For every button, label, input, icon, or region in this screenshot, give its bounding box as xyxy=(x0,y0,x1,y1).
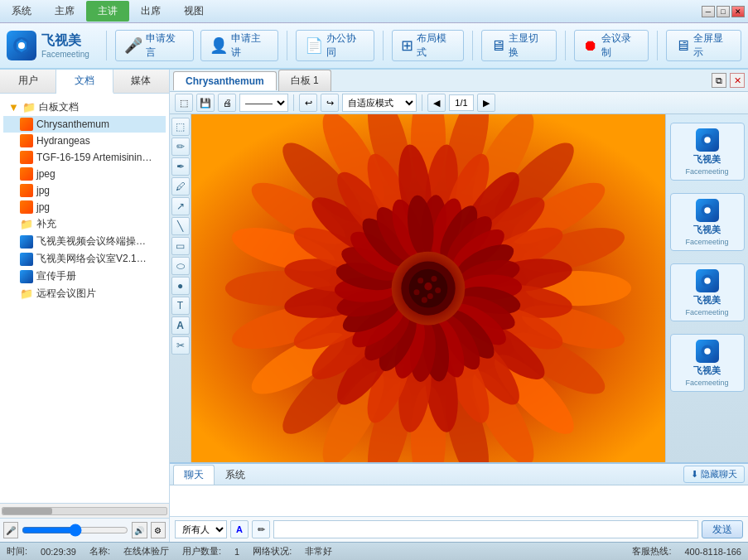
name-value: 在线体验厅 xyxy=(123,545,169,558)
fullscreen-button[interactable]: 🖥 全屏显示 xyxy=(666,30,741,61)
hide-chat-button[interactable]: ⬇ 隐藏聊天 xyxy=(683,466,745,483)
display-switch-button[interactable]: 🖥 主显切换 xyxy=(481,30,557,61)
header-separator-2 xyxy=(287,31,287,60)
record-button[interactable]: ⏺ 会议录制 xyxy=(574,30,649,61)
close-button[interactable]: ✕ xyxy=(731,6,745,17)
tree-item-doc3[interactable]: 宣传手册 xyxy=(3,268,166,285)
office-collab-button[interactable]: 📄 办公协同 xyxy=(296,30,374,61)
scroll-thumb[interactable] xyxy=(2,508,52,514)
rp-card-4[interactable]: 飞视美 Facemeeting xyxy=(670,334,745,392)
canvas-tab-whiteboard[interactable]: 白板 1 xyxy=(278,70,331,91)
fit-mode-select[interactable]: 自适应模式 xyxy=(342,94,417,112)
maximize-button[interactable]: □ xyxy=(717,6,730,17)
chat-area: 聊天 系统 ⬇ 隐藏聊天 所有人 A ✏ 发送 xyxy=(170,462,748,542)
select-tool[interactable]: ⬚ xyxy=(171,118,190,136)
tree-item-jpeg[interactable]: jpeg xyxy=(3,166,166,182)
speaker-icon[interactable]: 🔊 xyxy=(132,522,147,538)
send-button[interactable]: 发送 xyxy=(702,520,743,538)
circle-tool[interactable]: ● xyxy=(171,277,190,295)
tree-item-jpg2[interactable]: jpg xyxy=(3,199,166,215)
rp-card-1[interactable]: 飞视美 Facemeeting xyxy=(670,123,745,181)
tree-item-jpg1[interactable]: jpg xyxy=(3,182,166,199)
font-color-btn[interactable]: A xyxy=(230,520,249,538)
menu-view[interactable]: 视图 xyxy=(172,1,215,22)
restore-icon[interactable]: ⧉ xyxy=(712,73,726,88)
prev-page-btn[interactable]: ◀ xyxy=(427,94,446,112)
new-btn[interactable]: ⬚ xyxy=(175,94,193,112)
item-label-jpg1: jpg xyxy=(36,185,50,196)
header-separator-5 xyxy=(565,31,566,60)
pen-btn[interactable]: ✏ xyxy=(252,520,270,538)
apply-host-button[interactable]: 👤 申请主讲 xyxy=(200,30,279,61)
header-separator-4 xyxy=(472,31,473,60)
microphone-toggle[interactable]: 🎤 xyxy=(3,522,18,538)
rp-card-2[interactable]: 飞视美 Facemeeting xyxy=(670,193,745,251)
scroll-track[interactable] xyxy=(2,507,167,515)
sidebar: 用户 文档 媒体 ▼ 📁 白板文档 Chrysanthemum Hydrange… xyxy=(0,70,170,542)
redo-btn[interactable]: ↪ xyxy=(321,94,339,112)
chat-tab-system[interactable]: 系统 xyxy=(215,465,256,485)
rect-tool[interactable]: ▭ xyxy=(171,237,190,255)
menu-attend[interactable]: 出席 xyxy=(129,1,172,22)
canvas-tab-chrysanthemum[interactable]: Chrysanthemum xyxy=(173,71,277,90)
chat-text-input[interactable] xyxy=(273,520,698,538)
ellipse-tool[interactable]: ⬭ xyxy=(171,257,190,275)
line-tool[interactable]: ╲ xyxy=(171,217,190,235)
logo-icon xyxy=(7,31,36,60)
undo-btn[interactable]: ↩ xyxy=(299,94,317,112)
tree-item-tgf[interactable]: TGF-16-159 Artemisinin Ma xyxy=(3,149,166,166)
highlighter-tool[interactable]: 🖊 xyxy=(171,177,190,196)
tree-item-doc4[interactable]: 📁 远程会议图片 xyxy=(3,285,166,302)
save-btn[interactable]: 💾 xyxy=(196,94,215,112)
text-tool-2[interactable]: A xyxy=(171,316,190,335)
logo-name: 飞视美 xyxy=(41,32,89,50)
pen-tool[interactable]: ✏ xyxy=(171,138,190,156)
svg-point-90 xyxy=(424,282,432,290)
rp-logo-icon-3 xyxy=(696,269,719,292)
layout-mode-button[interactable]: ⊞ 布局模式 xyxy=(392,30,465,61)
menu-system[interactable]: 系统 xyxy=(0,1,43,22)
menu-bar: 系统 主席 主讲 出席 视图 xyxy=(0,1,702,22)
item-label-doc4: 远程会议图片 xyxy=(36,287,96,301)
whiteboard-docs-folder[interactable]: ▼ 📁 白板文档 xyxy=(3,99,166,116)
canvas-tab-controls: ⧉ ✕ xyxy=(712,73,745,88)
print-btn[interactable]: 🖨 xyxy=(218,94,236,112)
marker-tool[interactable]: ✒ xyxy=(171,157,190,176)
toolbar-separator-1 xyxy=(293,94,294,111)
volume-slider[interactable] xyxy=(22,524,128,536)
rp-logo-icon-4 xyxy=(696,340,719,363)
tree-item-buchong[interactable]: 📁 补充 xyxy=(3,215,166,233)
apply-speak-button[interactable]: 🎤 申请发言 xyxy=(115,30,194,61)
recipient-select[interactable]: 所有人 xyxy=(175,520,227,538)
header-separator-6 xyxy=(657,31,658,60)
chat-messages xyxy=(170,485,748,516)
tab-media[interactable]: 媒体 xyxy=(113,70,169,93)
rp-card-3[interactable]: 飞视美 Facemeeting xyxy=(670,263,745,321)
tab-documents[interactable]: 文档 xyxy=(56,70,113,94)
item-label-chrysanthemum: Chrysanthemum xyxy=(36,118,109,130)
close-tab-icon[interactable]: ✕ xyxy=(730,73,745,88)
tree-item-doc1[interactable]: 飞视美视频会议终端操作说明 xyxy=(3,233,166,250)
line-style-select[interactable]: ——— - - - ··· xyxy=(239,94,288,112)
layout-mode-label: 布局模式 xyxy=(417,31,456,60)
tree-item-doc2[interactable]: 飞视美网络会议室V2.1产品简 xyxy=(3,250,166,268)
next-page-btn[interactable]: ▶ xyxy=(477,94,495,112)
item-label-jpg2: jpg xyxy=(36,201,50,213)
tree-item-hydrangeas[interactable]: Hydrangeas xyxy=(3,133,166,149)
rp-logo-icon-2 xyxy=(696,199,719,222)
sidebar-scrollbar[interactable] xyxy=(0,503,169,518)
arrow-tool[interactable]: ↗ xyxy=(171,197,190,215)
folder-icon-doc4: 📁 xyxy=(20,287,33,300)
chat-tab-chat[interactable]: 聊天 xyxy=(173,465,215,485)
fullscreen-icon: 🖥 xyxy=(675,37,690,55)
tab-users[interactable]: 用户 xyxy=(0,70,56,93)
text-tool[interactable]: T xyxy=(171,297,190,315)
logo-subtitle: Facemeeting xyxy=(41,50,89,59)
page-input[interactable] xyxy=(449,94,474,111)
menu-chair[interactable]: 主席 xyxy=(43,1,86,22)
settings-icon[interactable]: ⚙ xyxy=(151,522,166,538)
tree-item-chrysanthemum[interactable]: Chrysanthemum xyxy=(3,116,166,133)
menu-presenter[interactable]: 主讲 xyxy=(86,1,129,22)
minimize-button[interactable]: ─ xyxy=(702,6,715,17)
eraser-tool[interactable]: ✂ xyxy=(171,336,190,355)
